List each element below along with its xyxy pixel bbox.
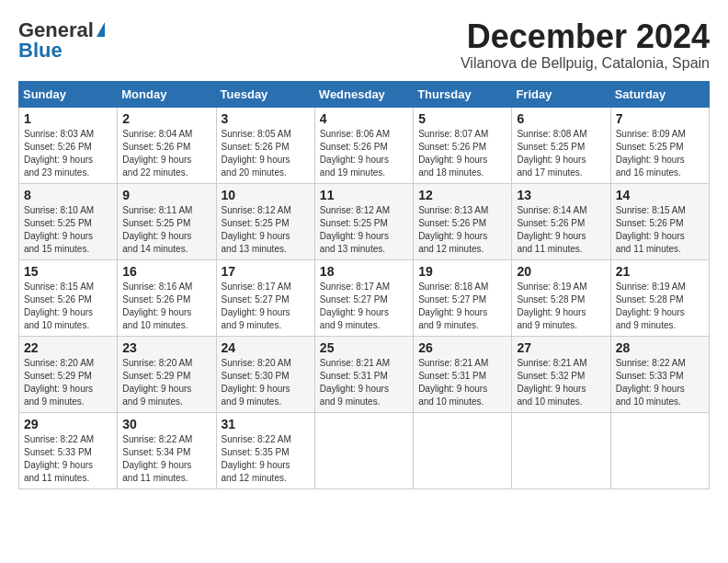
day-info: Sunrise: 8:22 AMSunset: 5:34 PMDaylight:… [122,433,210,485]
table-row: 17Sunrise: 8:17 AMSunset: 5:27 PMDayligh… [216,259,314,336]
page-header: General Blue December 2024 Vilanova de B… [18,18,710,72]
day-number: 23 [122,340,210,355]
day-info: Sunrise: 8:21 AMSunset: 5:31 PMDaylight:… [418,357,506,408]
month-title: December 2024 [461,18,710,55]
calendar-week-row: 8Sunrise: 8:10 AMSunset: 5:25 PMDaylight… [19,183,710,259]
table-row: 28Sunrise: 8:22 AMSunset: 5:33 PMDayligh… [610,336,709,412]
table-row: 18Sunrise: 8:17 AMSunset: 5:27 PMDayligh… [314,259,413,336]
table-row: 3Sunrise: 8:05 AMSunset: 5:26 PMDaylight… [216,107,314,183]
day-number: 27 [517,340,605,355]
day-info: Sunrise: 8:13 AMSunset: 5:26 PMDaylight:… [418,204,506,256]
day-info: Sunrise: 8:04 AMSunset: 5:26 PMDaylight:… [122,128,210,179]
day-info: Sunrise: 8:22 AMSunset: 5:35 PMDaylight:… [222,433,310,485]
col-wednesday: Wednesday [314,81,413,107]
table-row: 6Sunrise: 8:08 AMSunset: 5:25 PMDaylight… [512,107,610,183]
title-block: December 2024 Vilanova de Bellpuig, Cata… [461,18,710,72]
day-info: Sunrise: 8:18 AMSunset: 5:27 PMDaylight:… [418,281,506,332]
table-row: 15Sunrise: 8:15 AMSunset: 5:26 PMDayligh… [19,259,118,336]
table-row: 20Sunrise: 8:19 AMSunset: 5:28 PMDayligh… [512,259,610,336]
day-info: Sunrise: 8:15 AMSunset: 5:26 PMDaylight:… [616,204,704,256]
day-number: 18 [320,264,408,279]
day-number: 25 [320,340,408,355]
col-monday: Monday [118,81,216,107]
calendar-week-row: 15Sunrise: 8:15 AMSunset: 5:26 PMDayligh… [19,259,710,336]
table-row: 29Sunrise: 8:22 AMSunset: 5:33 PMDayligh… [19,412,118,488]
day-number: 4 [320,111,408,126]
day-info: Sunrise: 8:09 AMSunset: 5:25 PMDaylight:… [616,128,704,179]
day-info: Sunrise: 8:08 AMSunset: 5:25 PMDaylight:… [517,128,605,179]
day-info: Sunrise: 8:21 AMSunset: 5:31 PMDaylight:… [320,357,408,408]
day-number: 9 [122,188,210,202]
logo-arrow-icon [97,22,105,37]
logo-blue-text: Blue [18,39,63,63]
calendar-header-row: Sunday Monday Tuesday Wednesday Thursday… [19,81,710,107]
table-row: 4Sunrise: 8:06 AMSunset: 5:26 PMDaylight… [314,107,413,183]
day-info: Sunrise: 8:19 AMSunset: 5:28 PMDaylight:… [517,281,605,332]
location-title: Vilanova de Bellpuig, Catalonia, Spain [461,55,710,72]
day-number: 2 [122,111,210,126]
table-row: 27Sunrise: 8:21 AMSunset: 5:32 PMDayligh… [512,336,610,412]
day-number: 11 [320,188,408,202]
calendar-table: Sunday Monday Tuesday Wednesday Thursday… [18,81,710,489]
table-row: 13Sunrise: 8:14 AMSunset: 5:26 PMDayligh… [512,183,610,259]
day-info: Sunrise: 8:22 AMSunset: 5:33 PMDaylight:… [616,357,704,408]
table-row: 21Sunrise: 8:19 AMSunset: 5:28 PMDayligh… [610,259,709,336]
table-row: 7Sunrise: 8:09 AMSunset: 5:25 PMDaylight… [610,107,709,183]
day-info: Sunrise: 8:10 AMSunset: 5:25 PMDaylight:… [24,204,112,256]
col-thursday: Thursday [414,81,512,107]
day-number: 28 [616,340,704,355]
table-row: 9Sunrise: 8:11 AMSunset: 5:25 PMDaylight… [118,183,216,259]
day-info: Sunrise: 8:20 AMSunset: 5:29 PMDaylight:… [24,357,112,408]
col-sunday: Sunday [19,81,118,107]
day-number: 12 [418,188,506,202]
day-info: Sunrise: 8:21 AMSunset: 5:32 PMDaylight:… [517,357,605,408]
day-info: Sunrise: 8:11 AMSunset: 5:25 PMDaylight:… [122,204,210,256]
table-row: 11Sunrise: 8:12 AMSunset: 5:25 PMDayligh… [314,183,413,259]
day-info: Sunrise: 8:03 AMSunset: 5:26 PMDaylight:… [24,128,112,179]
col-tuesday: Tuesday [216,81,314,107]
table-row: 12Sunrise: 8:13 AMSunset: 5:26 PMDayligh… [414,183,512,259]
day-number: 22 [24,340,112,355]
table-row [414,412,512,488]
day-number: 31 [222,417,310,431]
table-row: 2Sunrise: 8:04 AMSunset: 5:26 PMDaylight… [118,107,216,183]
day-number: 17 [222,264,310,279]
day-info: Sunrise: 8:07 AMSunset: 5:26 PMDaylight:… [418,128,506,179]
day-number: 14 [616,188,704,202]
table-row: 19Sunrise: 8:18 AMSunset: 5:27 PMDayligh… [414,259,512,336]
day-info: Sunrise: 8:15 AMSunset: 5:26 PMDaylight:… [24,281,112,332]
day-number: 20 [517,264,605,279]
table-row: 22Sunrise: 8:20 AMSunset: 5:29 PMDayligh… [19,336,118,412]
day-number: 21 [616,264,704,279]
table-row: 23Sunrise: 8:20 AMSunset: 5:29 PMDayligh… [118,336,216,412]
day-info: Sunrise: 8:05 AMSunset: 5:26 PMDaylight:… [222,128,310,179]
day-info: Sunrise: 8:20 AMSunset: 5:30 PMDaylight:… [222,357,310,408]
day-number: 1 [24,111,112,126]
table-row: 14Sunrise: 8:15 AMSunset: 5:26 PMDayligh… [610,183,709,259]
day-number: 19 [418,264,506,279]
day-info: Sunrise: 8:20 AMSunset: 5:29 PMDaylight:… [122,357,210,408]
col-friday: Friday [512,81,610,107]
day-number: 10 [222,188,310,202]
table-row [314,412,413,488]
day-number: 24 [222,340,310,355]
table-row: 25Sunrise: 8:21 AMSunset: 5:31 PMDayligh… [314,336,413,412]
calendar-week-row: 22Sunrise: 8:20 AMSunset: 5:29 PMDayligh… [19,336,710,412]
day-info: Sunrise: 8:12 AMSunset: 5:25 PMDaylight:… [222,204,310,256]
day-number: 6 [517,111,605,126]
table-row: 1Sunrise: 8:03 AMSunset: 5:26 PMDaylight… [19,107,118,183]
day-info: Sunrise: 8:17 AMSunset: 5:27 PMDaylight:… [320,281,408,332]
day-info: Sunrise: 8:14 AMSunset: 5:26 PMDaylight:… [517,204,605,256]
day-number: 7 [616,111,704,126]
day-info: Sunrise: 8:16 AMSunset: 5:26 PMDaylight:… [122,281,210,332]
day-number: 5 [418,111,506,126]
table-row: 24Sunrise: 8:20 AMSunset: 5:30 PMDayligh… [216,336,314,412]
table-row: 31Sunrise: 8:22 AMSunset: 5:35 PMDayligh… [216,412,314,488]
table-row: 16Sunrise: 8:16 AMSunset: 5:26 PMDayligh… [118,259,216,336]
day-number: 3 [222,111,310,126]
day-info: Sunrise: 8:17 AMSunset: 5:27 PMDaylight:… [222,281,310,332]
col-saturday: Saturday [610,81,709,107]
table-row [610,412,709,488]
table-row: 10Sunrise: 8:12 AMSunset: 5:25 PMDayligh… [216,183,314,259]
day-number: 8 [24,188,112,202]
